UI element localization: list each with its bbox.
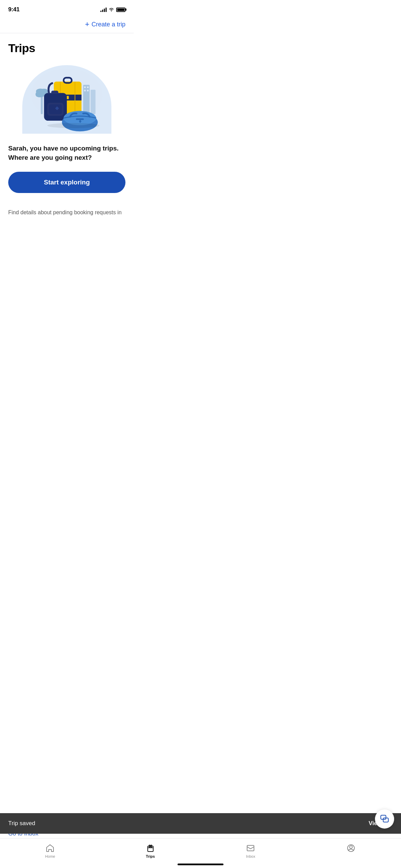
svg-rect-9 [84,90,86,92]
illustration-container [0,62,134,144]
svg-rect-10 [87,90,89,92]
bottom-info-text: Find details about pending booking reque… [0,203,134,218]
svg-rect-20 [51,91,58,94]
plus-icon: + [85,20,89,29]
svg-rect-6 [90,90,95,114]
battery-icon [116,8,125,12]
status-icons [100,7,125,12]
create-trip-label: Create a trip [92,21,125,28]
start-exploring-button[interactable]: Start exploring [8,172,125,193]
status-time: 9:41 [8,6,20,13]
status-bar: 9:41 [0,0,134,17]
page-title: Trips [0,33,134,62]
signal-icon [100,7,107,12]
main-content: Trips [0,33,134,287]
header: + Create a trip [0,17,134,33]
illustration-circle [22,65,111,134]
svg-rect-8 [87,86,89,88]
svg-rect-7 [84,86,86,88]
wifi-icon [109,8,114,12]
svg-point-0 [111,11,112,11]
svg-rect-22 [49,105,62,114]
create-trip-button[interactable]: + Create a trip [85,20,125,29]
luggage-illustration [29,69,105,134]
svg-rect-25 [76,118,84,120]
svg-rect-2 [41,95,43,114]
empty-state-message: Sarah, you have no upcoming trips. Where… [0,144,134,172]
svg-point-26 [47,123,99,128]
svg-rect-5 [83,85,90,114]
